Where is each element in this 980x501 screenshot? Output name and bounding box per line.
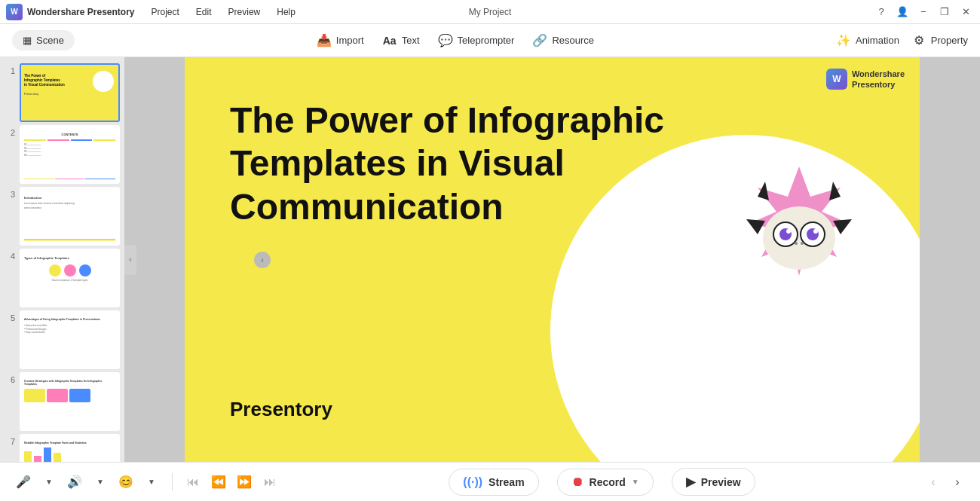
panel-collapse-button[interactable]: ‹ <box>124 245 136 275</box>
slide-logo-icon: W <box>826 69 847 90</box>
menu-project[interactable]: Project <box>144 4 187 20</box>
slide-title: The Power of Infographic Templates in Vi… <box>230 99 682 229</box>
forward-button[interactable]: ⏭ <box>259 471 281 493</box>
close-button[interactable]: ✕ <box>957 4 974 20</box>
slide-logo: W Wondershare Presentory <box>826 69 905 90</box>
preview-icon: ▶ <box>686 475 695 489</box>
animation-icon: ✨ <box>836 33 851 48</box>
animation-label: Animation <box>856 35 899 46</box>
prev-button[interactable]: ⏪ <box>207 471 230 493</box>
menu-edit[interactable]: Edit <box>188 4 219 20</box>
slide-number-7: 7 <box>5 434 15 446</box>
import-icon: 📥 <box>317 33 332 48</box>
main-area: 1 The Power ofInfographic Templatesin Vi… <box>0 57 980 462</box>
record-icon: ⏺ <box>571 475 583 489</box>
property-icon: ⚙ <box>911 33 926 48</box>
logo-line2: Presentory <box>852 79 905 90</box>
text-icon: Aa <box>382 33 397 48</box>
teleprompter-label: Teleprompter <box>458 35 515 46</box>
project-title: My Project <box>469 7 512 17</box>
property-tool[interactable]: ⚙ Property <box>911 33 968 48</box>
bottom-divider-1 <box>172 473 173 491</box>
slide-number-4: 4 <box>5 249 15 261</box>
bottom-center-controls: ((·)) Stream ⏺ Record ▼ ▶ Preview <box>281 468 923 496</box>
record-label: Record <box>590 476 626 488</box>
slide-subtitle: Presentory <box>230 398 332 421</box>
teleprompter-tool[interactable]: 💬 Teleprompter <box>438 33 515 48</box>
slide-thumb-4[interactable]: Types of Infographic Templates Visual co… <box>20 249 120 307</box>
logo-icon: W <box>6 4 23 20</box>
mic-button[interactable]: 🎤 <box>12 471 35 493</box>
slide-item-1[interactable]: 1 The Power ofInfographic Templatesin Vi… <box>5 63 120 122</box>
slide-thumb-3[interactable]: Introduction Lorem ipsum dolor sit amet … <box>20 187 120 246</box>
slide-item-5[interactable]: 5 Advantages of Using Infographic Templa… <box>5 310 120 369</box>
animation-tool[interactable]: ✨ Animation <box>836 33 899 48</box>
scene-icon: ▦ <box>23 35 32 46</box>
text-tool[interactable]: Aa Text <box>382 33 420 48</box>
svg-marker-3 <box>746 219 765 234</box>
slide-thumb-6[interactable]: Creative Strategies with Infographic Tem… <box>20 372 120 431</box>
monster-star-svg <box>724 159 874 310</box>
import-tool[interactable]: 📥 Import <box>317 33 364 48</box>
toolbar-right: ✨ Animation ⚙ Property <box>836 33 968 48</box>
toolbar-tools: 📥 Import Aa Text 💬 Teleprompter 🔗 Resour… <box>317 33 594 48</box>
slide-item-2[interactable]: 2 CONTENTS 01 —————— 02 —————— 03 —————— <box>5 125 120 184</box>
resource-tool[interactable]: 🔗 Resource <box>532 33 594 48</box>
slide-thumb-5[interactable]: Advantages of Using Infographic Template… <box>20 310 120 369</box>
svg-marker-4 <box>833 219 852 234</box>
record-chevron-icon: ▼ <box>632 478 639 486</box>
emoji-button[interactable]: 😊 <box>115 471 137 493</box>
help-icon[interactable]: ? <box>873 4 890 20</box>
emoji-settings-button[interactable]: ▼ <box>140 471 163 493</box>
slide-thumb-1[interactable]: The Power ofInfographic Templatesin Visu… <box>20 63 120 122</box>
scene-label: Scene <box>36 35 64 46</box>
scene-button[interactable]: ▦ Scene <box>12 30 75 50</box>
bottom-bar: 🎤 ▼ 🔊 ▼ 😊 ▼ ⏮ ⏪ ⏩ ⏭ ((·)) Stream ⏺ Recor… <box>0 462 980 501</box>
svg-point-12 <box>795 242 798 245</box>
slide-item-4[interactable]: 4 Types of Infographic Templates Visual … <box>5 249 120 307</box>
window-controls: ? 👤 − ❐ ✕ <box>873 4 974 20</box>
main-slide[interactable]: W Wondershare Presentory The Power of In… <box>185 57 920 462</box>
next-button[interactable]: ⏩ <box>233 471 256 493</box>
preview-button[interactable]: ▶ Preview <box>672 468 755 496</box>
slide-panel: 1 The Power ofInfographic Templatesin Vi… <box>0 57 124 462</box>
record-button[interactable]: ⏺ Record ▼ <box>557 469 654 496</box>
slide-thumb-7[interactable]: Notable Infographic Template Facts and S… <box>20 434 120 462</box>
monster-character <box>724 159 874 310</box>
title-bar: W Wondershare Presentory Project Edit Pr… <box>0 0 980 24</box>
slide-thumb-2[interactable]: CONTENTS 01 —————— 02 —————— 03 —————— 0… <box>20 125 120 184</box>
slide-item-7[interactable]: 7 Notable Infographic Template Facts and… <box>5 434 120 462</box>
rewind-button[interactable]: ⏮ <box>182 471 204 493</box>
svg-point-10 <box>786 229 791 234</box>
toolbar: ▦ Scene 📥 Import Aa Text 💬 Teleprompter … <box>0 24 980 57</box>
slide-item-6[interactable]: 6 Creative Strategies with Infographic T… <box>5 372 120 431</box>
slide-number-5: 5 <box>5 310 15 322</box>
slide-number-2: 2 <box>5 125 15 137</box>
restore-button[interactable]: ❐ <box>936 4 953 20</box>
menu-help[interactable]: Help <box>269 4 303 20</box>
app-logo: W Wondershare Presentory <box>6 4 135 20</box>
mic-settings-button[interactable]: ▼ <box>38 471 60 493</box>
stream-button[interactable]: ((·)) Stream <box>449 469 538 496</box>
svg-point-13 <box>801 242 804 245</box>
preview-label: Preview <box>701 476 741 488</box>
slide-item-3[interactable]: 3 Introduction Lorem ipsum dolor sit ame… <box>5 187 120 246</box>
bottom-left-controls: 🎤 ▼ 🔊 ▼ 😊 ▼ ⏮ ⏪ ⏩ ⏭ <box>12 471 281 493</box>
volume-settings-button[interactable]: ▼ <box>89 471 112 493</box>
logo-line1: Wondershare <box>852 69 905 79</box>
canvas-prev-arrow[interactable]: ‹ <box>254 252 271 268</box>
canvas-area: W Wondershare Presentory The Power of In… <box>124 57 980 462</box>
bottom-right-controls: ‹ › <box>923 472 968 493</box>
import-label: Import <box>336 35 364 46</box>
volume-button[interactable]: 🔊 <box>63 471 86 493</box>
menu-preview[interactable]: Preview <box>221 4 268 20</box>
text-label: Text <box>402 35 420 46</box>
bottom-next-arrow[interactable]: › <box>947 472 968 493</box>
bottom-prev-arrow[interactable]: ‹ <box>923 472 944 493</box>
resource-icon: 🔗 <box>532 33 547 48</box>
slide-number-1: 1 <box>5 63 15 75</box>
minimize-button[interactable]: − <box>915 4 932 20</box>
property-label: Property <box>931 35 968 46</box>
account-icon[interactable]: 👤 <box>894 4 911 20</box>
svg-point-11 <box>813 229 818 234</box>
